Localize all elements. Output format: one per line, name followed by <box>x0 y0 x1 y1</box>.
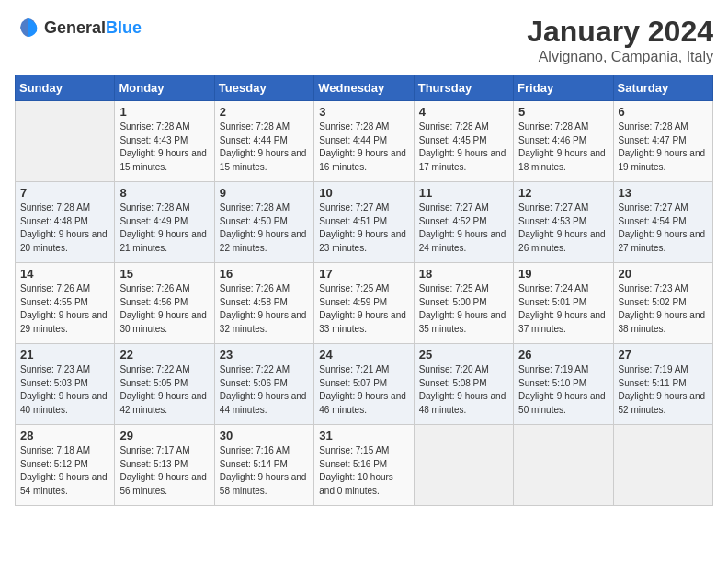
day-info: Sunrise: 7:27 AMSunset: 4:54 PMDaylight:… <box>619 201 708 255</box>
day-number: 23 <box>220 348 309 362</box>
day-cell: 21Sunrise: 7:23 AMSunset: 5:03 PMDayligh… <box>16 344 115 425</box>
day-cell: 20Sunrise: 7:23 AMSunset: 5:02 PMDayligh… <box>613 263 712 344</box>
day-cell: 2Sunrise: 7:28 AMSunset: 4:44 PMDaylight… <box>214 101 313 182</box>
day-info: Sunrise: 7:15 AMSunset: 5:16 PMDaylight:… <box>319 444 408 498</box>
day-number: 31 <box>319 429 408 442</box>
logo-text: GeneralBlue <box>44 18 142 38</box>
col-header-monday: Monday <box>115 75 214 101</box>
col-header-friday: Friday <box>514 75 613 101</box>
day-info: Sunrise: 7:22 AMSunset: 5:05 PMDaylight:… <box>119 363 209 417</box>
day-info: Sunrise: 7:23 AMSunset: 5:03 PMDaylight:… <box>20 363 109 417</box>
day-number: 13 <box>619 186 708 200</box>
day-number: 16 <box>220 267 309 281</box>
day-number: 10 <box>319 186 408 200</box>
day-info: Sunrise: 7:26 AMSunset: 4:56 PMDaylight:… <box>119 282 209 336</box>
day-number: 18 <box>419 267 508 281</box>
col-header-sunday: Sunday <box>16 75 115 101</box>
day-number: 19 <box>518 267 608 281</box>
week-row-3: 14Sunrise: 7:26 AMSunset: 4:55 PMDayligh… <box>16 263 713 344</box>
day-info: Sunrise: 7:21 AMSunset: 5:07 PMDaylight:… <box>319 363 408 417</box>
day-cell: 27Sunrise: 7:19 AMSunset: 5:11 PMDayligh… <box>613 344 712 425</box>
day-info: Sunrise: 7:24 AMSunset: 5:01 PMDaylight:… <box>518 282 608 336</box>
day-info: Sunrise: 7:28 AMSunset: 4:45 PMDaylight:… <box>419 121 508 174</box>
month-year-title: January 2024 <box>527 15 713 49</box>
header-row: SundayMondayTuesdayWednesdayThursdayFrid… <box>16 75 713 101</box>
day-number: 25 <box>419 348 508 362</box>
page-header: GeneralBlue January 2024 Alvignano, Camp… <box>15 15 713 65</box>
day-number: 21 <box>20 348 109 362</box>
day-cell: 28Sunrise: 7:18 AMSunset: 5:12 PMDayligh… <box>16 425 115 506</box>
day-info: Sunrise: 7:23 AMSunset: 5:02 PMDaylight:… <box>619 282 708 336</box>
day-number: 1 <box>119 105 209 119</box>
day-info: Sunrise: 7:28 AMSunset: 4:49 PMDaylight:… <box>119 201 209 255</box>
day-info: Sunrise: 7:26 AMSunset: 4:58 PMDaylight:… <box>220 282 309 336</box>
day-info: Sunrise: 7:27 AMSunset: 4:53 PMDaylight:… <box>518 201 608 255</box>
col-header-saturday: Saturday <box>613 75 712 101</box>
day-info: Sunrise: 7:28 AMSunset: 4:47 PMDaylight:… <box>619 121 708 174</box>
day-info: Sunrise: 7:20 AMSunset: 5:08 PMDaylight:… <box>419 363 508 417</box>
day-info: Sunrise: 7:28 AMSunset: 4:46 PMDaylight:… <box>518 121 608 174</box>
day-number: 11 <box>419 186 508 200</box>
day-cell: 26Sunrise: 7:19 AMSunset: 5:10 PMDayligh… <box>514 344 613 425</box>
day-number: 28 <box>20 429 109 442</box>
logo: GeneralBlue <box>15 15 142 40</box>
day-info: Sunrise: 7:26 AMSunset: 4:55 PMDaylight:… <box>20 282 109 336</box>
day-cell: 8Sunrise: 7:28 AMSunset: 4:49 PMDaylight… <box>115 182 214 263</box>
day-cell: 5Sunrise: 7:28 AMSunset: 4:46 PMDaylight… <box>514 101 613 182</box>
day-number: 12 <box>518 186 608 200</box>
day-number: 15 <box>119 267 209 281</box>
day-cell: 15Sunrise: 7:26 AMSunset: 4:56 PMDayligh… <box>115 263 214 344</box>
day-number: 9 <box>220 186 309 200</box>
day-number: 27 <box>619 348 708 362</box>
day-number: 29 <box>119 429 209 442</box>
day-number: 4 <box>419 105 508 119</box>
day-cell: 19Sunrise: 7:24 AMSunset: 5:01 PMDayligh… <box>514 263 613 344</box>
day-info: Sunrise: 7:28 AMSunset: 4:44 PMDaylight:… <box>220 121 309 174</box>
title-area: January 2024 Alvignano, Campania, Italy <box>527 15 713 65</box>
day-info: Sunrise: 7:27 AMSunset: 4:51 PMDaylight:… <box>319 201 408 255</box>
day-cell <box>414 425 513 506</box>
col-header-thursday: Thursday <box>414 75 513 101</box>
day-number: 2 <box>220 105 309 119</box>
day-info: Sunrise: 7:16 AMSunset: 5:14 PMDaylight:… <box>220 444 309 498</box>
day-info: Sunrise: 7:19 AMSunset: 5:10 PMDaylight:… <box>518 363 608 417</box>
day-info: Sunrise: 7:22 AMSunset: 5:06 PMDaylight:… <box>220 363 309 417</box>
day-cell <box>613 425 712 506</box>
day-cell: 4Sunrise: 7:28 AMSunset: 4:45 PMDaylight… <box>414 101 513 182</box>
day-cell: 17Sunrise: 7:25 AMSunset: 4:59 PMDayligh… <box>314 263 414 344</box>
day-number: 3 <box>319 105 408 119</box>
day-cell: 25Sunrise: 7:20 AMSunset: 5:08 PMDayligh… <box>414 344 513 425</box>
day-number: 8 <box>119 186 209 200</box>
day-info: Sunrise: 7:28 AMSunset: 4:44 PMDaylight:… <box>319 121 408 174</box>
day-number: 7 <box>20 186 109 200</box>
logo-icon <box>15 15 40 40</box>
day-cell: 3Sunrise: 7:28 AMSunset: 4:44 PMDaylight… <box>314 101 414 182</box>
day-number: 5 <box>518 105 608 119</box>
day-info: Sunrise: 7:17 AMSunset: 5:13 PMDaylight:… <box>119 444 209 498</box>
day-cell: 14Sunrise: 7:26 AMSunset: 4:55 PMDayligh… <box>16 263 115 344</box>
day-cell: 1Sunrise: 7:28 AMSunset: 4:43 PMDaylight… <box>115 101 214 182</box>
day-cell: 9Sunrise: 7:28 AMSunset: 4:50 PMDaylight… <box>214 182 313 263</box>
day-number: 30 <box>220 429 309 442</box>
day-cell: 7Sunrise: 7:28 AMSunset: 4:48 PMDaylight… <box>16 182 115 263</box>
day-info: Sunrise: 7:18 AMSunset: 5:12 PMDaylight:… <box>20 444 109 498</box>
location-subtitle: Alvignano, Campania, Italy <box>527 49 713 65</box>
day-cell: 22Sunrise: 7:22 AMSunset: 5:05 PMDayligh… <box>115 344 214 425</box>
day-info: Sunrise: 7:28 AMSunset: 4:43 PMDaylight:… <box>119 121 209 174</box>
calendar-table: SundayMondayTuesdayWednesdayThursdayFrid… <box>15 75 713 506</box>
day-cell: 24Sunrise: 7:21 AMSunset: 5:07 PMDayligh… <box>314 344 414 425</box>
day-cell: 31Sunrise: 7:15 AMSunset: 5:16 PMDayligh… <box>314 425 414 506</box>
day-cell: 6Sunrise: 7:28 AMSunset: 4:47 PMDaylight… <box>613 101 712 182</box>
day-cell: 29Sunrise: 7:17 AMSunset: 5:13 PMDayligh… <box>115 425 214 506</box>
day-cell: 23Sunrise: 7:22 AMSunset: 5:06 PMDayligh… <box>214 344 313 425</box>
week-row-4: 21Sunrise: 7:23 AMSunset: 5:03 PMDayligh… <box>16 344 713 425</box>
day-cell <box>514 425 613 506</box>
day-cell: 11Sunrise: 7:27 AMSunset: 4:52 PMDayligh… <box>414 182 513 263</box>
day-info: Sunrise: 7:25 AMSunset: 4:59 PMDaylight:… <box>319 282 408 336</box>
week-row-1: 1Sunrise: 7:28 AMSunset: 4:43 PMDaylight… <box>16 101 713 182</box>
day-info: Sunrise: 7:25 AMSunset: 5:00 PMDaylight:… <box>419 282 508 336</box>
day-number: 14 <box>20 267 109 281</box>
day-info: Sunrise: 7:28 AMSunset: 4:50 PMDaylight:… <box>220 201 309 255</box>
day-cell: 16Sunrise: 7:26 AMSunset: 4:58 PMDayligh… <box>214 263 313 344</box>
day-number: 22 <box>119 348 209 362</box>
